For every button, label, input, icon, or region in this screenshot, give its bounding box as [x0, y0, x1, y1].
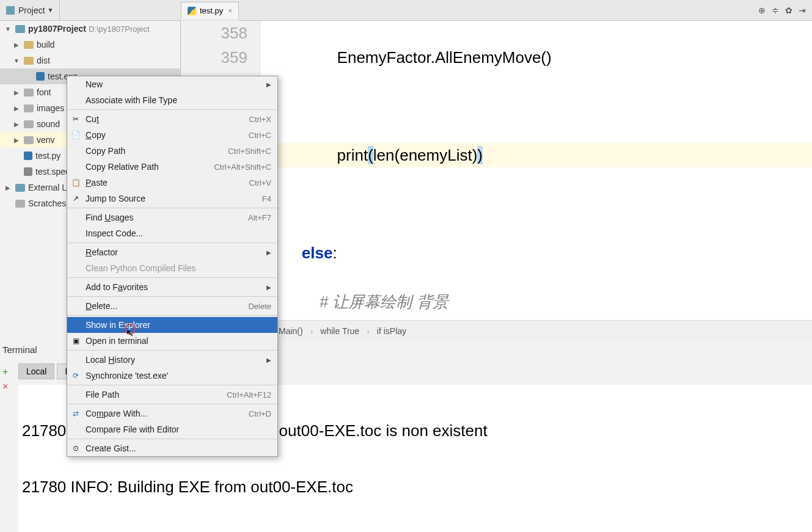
- menu-local-history[interactable]: Local History▶: [67, 352, 277, 368]
- expand-icon[interactable]: ▶: [12, 42, 21, 48]
- chevron-right-icon: ▶: [266, 284, 271, 291]
- terminal-tool-label[interactable]: Terminal: [2, 344, 37, 355]
- tab-filename: test.py: [200, 6, 223, 15]
- item-label: venv: [37, 135, 55, 145]
- item-label: font: [37, 87, 51, 97]
- breadcrumb-item[interactable]: if isPlay: [377, 326, 406, 336]
- folder-icon: [24, 120, 34, 128]
- menu-create-gist[interactable]: ⊙Create Gist...: [67, 440, 277, 456]
- code-area[interactable]: EnemyFactor.AllEnemyMove() print(len(ene…: [260, 21, 812, 320]
- sync-icon: ⟳: [71, 371, 81, 381]
- root-name: py1807Project: [28, 24, 86, 34]
- copy-icon: 📄: [71, 130, 81, 140]
- chevron-right-icon: ›: [367, 326, 370, 336]
- cut-icon: ✂: [71, 114, 81, 124]
- cursor-icon: ↖: [126, 327, 134, 339]
- terminal-line: 21780 INFO: Appending archive to EXE D:\…: [22, 529, 808, 532]
- menu-inspect-code[interactable]: Inspect Code...: [67, 225, 277, 241]
- project-tool-button[interactable]: Project ▼: [0, 0, 60, 20]
- scratches-icon: [15, 200, 25, 208]
- menu-find-usages[interactable]: Find UsagesAlt+F7: [67, 210, 277, 225]
- gear-icon[interactable]: ✿: [785, 5, 792, 15]
- menu-copy-relative-path[interactable]: Copy Relative PathCtrl+Alt+Shift+C: [67, 159, 277, 175]
- menu-separator: [67, 208, 277, 208]
- tree-root[interactable]: ▼ py1807Project D:\py1807Project: [0, 21, 180, 37]
- menu-open-terminal[interactable]: ▣Open in terminal: [67, 333, 277, 349]
- menu-separator: [67, 315, 277, 316]
- menu-paste[interactable]: 📋PasteCtrl+V: [67, 175, 277, 191]
- menu-jump-to-source[interactable]: ↗Jump to SourceF4: [67, 191, 277, 206]
- menu-cut[interactable]: ✂CutCtrl+X: [67, 111, 277, 127]
- collapse-icon[interactable]: ≑: [772, 5, 779, 15]
- line-number: 359: [181, 45, 247, 70]
- terminal-icon: ▣: [71, 336, 81, 346]
- github-icon: ⊙: [71, 443, 81, 453]
- editor-tab-test-py[interactable]: test.py ×: [181, 2, 239, 19]
- expand-icon[interactable]: ▶: [12, 121, 21, 128]
- item-label: sound: [37, 119, 60, 129]
- item-label: test.py: [35, 151, 60, 161]
- menu-refactor[interactable]: Refactor▶: [67, 244, 277, 260]
- library-icon: [15, 184, 25, 192]
- dropdown-arrow-icon: ▼: [48, 7, 54, 13]
- expand-icon[interactable]: ▶: [12, 137, 21, 144]
- menu-separator: [67, 385, 277, 385]
- close-terminal-icon[interactable]: ×: [2, 381, 8, 392]
- project-label: Project: [18, 5, 45, 15]
- paste-icon: 📋: [71, 178, 81, 188]
- code-line: else:: [266, 241, 812, 265]
- menu-synchronize[interactable]: ⟳Synchronize 'test.exe': [67, 368, 277, 384]
- expand-icon[interactable]: ▼: [12, 57, 21, 64]
- context-menu: New▶ Associate with File Type ✂CutCtrl+X…: [67, 76, 278, 457]
- jump-icon: ↗: [71, 194, 81, 203]
- item-label: dist: [37, 56, 50, 65]
- chevron-right-icon: ▶: [266, 81, 271, 88]
- code-line: print(len(enemyList)): [266, 143, 812, 167]
- menu-separator: [67, 277, 277, 278]
- folder-icon: [24, 57, 34, 65]
- code-line: [266, 94, 812, 118]
- menu-show-in-explorer[interactable]: Show in Explorer: [67, 317, 277, 333]
- code-line: # 让屏幕绘制 背景: [266, 290, 812, 314]
- tree-item-dist[interactable]: ▼ dist: [0, 53, 180, 68]
- menu-copy[interactable]: 📄CopyCtrl+C: [67, 127, 277, 143]
- expand-icon[interactable]: ▶: [12, 105, 21, 112]
- menu-associate[interactable]: Associate with File Type: [67, 92, 277, 108]
- menu-compare-with[interactable]: ⇄Compare With...Ctrl+D: [67, 406, 277, 421]
- chevron-right-icon: ▶: [266, 249, 271, 256]
- menu-separator: [67, 296, 277, 297]
- line-number: 358: [181, 21, 247, 45]
- menu-add-favorites[interactable]: Add to Favorites▶: [67, 279, 277, 295]
- add-terminal-icon[interactable]: +: [2, 366, 8, 377]
- python-file-icon: [24, 151, 32, 160]
- menu-separator: [67, 404, 277, 404]
- menu-separator: [67, 350, 277, 351]
- target-icon[interactable]: ⊕: [758, 5, 766, 15]
- menu-delete[interactable]: Delete...Delete: [67, 298, 277, 314]
- terminal-line: 21780 INFO: Building EXE from out00-EXE.…: [22, 473, 808, 501]
- menu-new[interactable]: New▶: [67, 76, 277, 92]
- menu-clean-compiled: Clean Python Compiled Files: [67, 260, 277, 276]
- tab-close-icon[interactable]: ×: [228, 7, 232, 15]
- hide-icon[interactable]: ⇥: [799, 5, 806, 15]
- expand-icon[interactable]: ▼: [4, 26, 12, 32]
- item-label: test.spec: [35, 167, 70, 177]
- menu-compare-editor[interactable]: Compare File with Editor: [67, 421, 277, 437]
- folder-icon: [24, 89, 34, 97]
- menu-copy-path[interactable]: Copy PathCtrl+Shift+C: [67, 143, 277, 159]
- tree-item-build[interactable]: ▶ build: [0, 37, 180, 53]
- terminal-tab-local[interactable]: Local: [18, 363, 54, 379]
- menu-file-path[interactable]: File PathCtrl+Alt+F12: [67, 387, 277, 403]
- menu-separator: [67, 109, 277, 110]
- code-line: [266, 192, 812, 216]
- compare-icon: ⇄: [71, 409, 81, 418]
- menu-separator: [67, 439, 277, 439]
- chevron-right-icon: ›: [310, 326, 313, 336]
- exe-file-icon: [36, 72, 45, 81]
- expand-icon[interactable]: ▶: [4, 184, 12, 191]
- project-icon: [6, 6, 15, 15]
- code-line: EnemyFactor.AllEnemyMove(): [266, 45, 812, 70]
- breadcrumb-item[interactable]: while True: [320, 326, 359, 336]
- expand-icon[interactable]: ▶: [12, 89, 21, 96]
- breadcrumb-item[interactable]: Main(): [279, 326, 303, 336]
